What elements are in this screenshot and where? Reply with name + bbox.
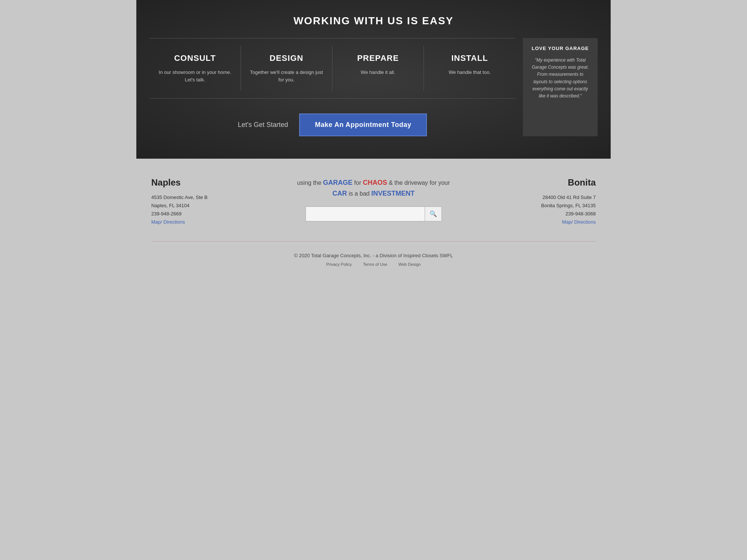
- step-install-desc: We handle that too.: [431, 69, 508, 76]
- testimonial-title: LOVE YOUR GARAGE: [530, 46, 590, 51]
- step-prepare: PREPARE We handle it all.: [332, 46, 424, 91]
- promo-text: using the GARAGE for CHAOS & the drivewa…: [248, 177, 499, 199]
- main-title: WORKING WITH US IS EASY: [144, 15, 603, 27]
- promo-car: CAR: [332, 190, 347, 197]
- web-design-link[interactable]: Web Design: [399, 262, 421, 267]
- steps-area: CONSULT In our showroom or in your home.…: [149, 38, 515, 136]
- step-consult-desc: In our showroom or in your home. Let's t…: [157, 69, 233, 83]
- testimonial-text: "My experience with Total Garage Concept…: [530, 57, 590, 100]
- naples-city: Naples: [151, 177, 233, 188]
- cta-area: Let's Get Started Make An Appointment To…: [149, 113, 515, 136]
- terms-of-use-link[interactable]: Terms of Use: [363, 262, 387, 267]
- naples-address-line2: Naples, FL 34104: [151, 203, 189, 208]
- cta-label: Let's Get Started: [238, 121, 288, 129]
- bonita-phone: 239-948-3068: [565, 211, 596, 217]
- bonita-address-line1: 28400 Old 41 Rd Suite 7: [543, 195, 596, 200]
- search-button[interactable]: 🔍: [425, 206, 442, 221]
- search-bar: 🔍: [248, 206, 499, 221]
- step-design: DESIGN Together we'll create a design ju…: [241, 46, 332, 91]
- copyright-text: © 2020 Total Garage Concepts, Inc. - a D…: [151, 253, 596, 258]
- promo-bad: is a bad: [347, 190, 371, 197]
- light-section: Naples 4535 Domestic Ave, Ste B Naples, …: [136, 159, 611, 278]
- testimonial-box: LOVE YOUR GARAGE "My experience with Tot…: [523, 38, 598, 136]
- search-icon: 🔍: [430, 210, 437, 217]
- appointment-button[interactable]: Make An Appointment Today: [299, 113, 427, 136]
- step-prepare-title: PREPARE: [340, 53, 416, 63]
- naples-address: 4535 Domestic Ave, Ste B Naples, FL 3410…: [151, 193, 233, 226]
- privacy-policy-link[interactable]: Privacy Policy: [326, 262, 352, 267]
- bonita-address: 28400 Old 41 Rd Suite 7 Bonita Springs, …: [514, 193, 596, 226]
- content-wrapper: CONSULT In our showroom or in your home.…: [149, 38, 598, 136]
- promo-driveway: & the driveway for your: [387, 180, 450, 186]
- step-install-title: INSTALL: [431, 53, 508, 63]
- bonita-address-line2: Bonita Springs, FL 34135: [541, 203, 596, 208]
- promo-investment: INVESTMENT: [371, 190, 415, 197]
- promo-garage: GARAGE: [323, 179, 353, 186]
- step-consult-title: CONSULT: [157, 53, 233, 63]
- dark-section: WORKING WITH US IS EASY CONSULT In our s…: [136, 0, 611, 159]
- step-install: INSTALL We handle that too.: [424, 46, 515, 91]
- step-prepare-desc: We handle it all.: [340, 69, 416, 76]
- footer-divider: [151, 241, 596, 242]
- bonita-city: Bonita: [514, 177, 596, 188]
- bonita-location: Bonita 28400 Old 41 Rd Suite 7 Bonita Sp…: [514, 177, 596, 226]
- naples-phone: 239-948-2669: [151, 211, 182, 217]
- step-design-desc: Together we'll create a design just for …: [248, 69, 325, 83]
- footer-links: Privacy Policy Terms of Use Web Design: [151, 262, 596, 267]
- steps-grid: CONSULT In our showroom or in your home.…: [149, 38, 515, 91]
- naples-map-link[interactable]: Map/ Directions: [151, 219, 185, 225]
- search-input[interactable]: [306, 206, 425, 221]
- naples-address-line1: 4535 Domestic Ave, Ste B: [151, 195, 208, 200]
- naples-location: Naples 4535 Domestic Ave, Ste B Naples, …: [151, 177, 233, 226]
- promo-prefix: using the: [297, 180, 323, 186]
- step-design-title: DESIGN: [248, 53, 325, 63]
- footer-bottom: © 2020 Total Garage Concepts, Inc. - a D…: [151, 253, 596, 267]
- center-promo: using the GARAGE for CHAOS & the drivewa…: [233, 177, 514, 221]
- bonita-map-link[interactable]: Map/ Directions: [562, 219, 596, 225]
- promo-chaos: CHAOS: [363, 179, 387, 186]
- steps-divider: [149, 98, 515, 99]
- footer-top: Naples 4535 Domestic Ave, Ste B Naples, …: [151, 177, 596, 226]
- step-consult: CONSULT In our showroom or in your home.…: [149, 46, 241, 91]
- promo-for: for: [353, 180, 363, 186]
